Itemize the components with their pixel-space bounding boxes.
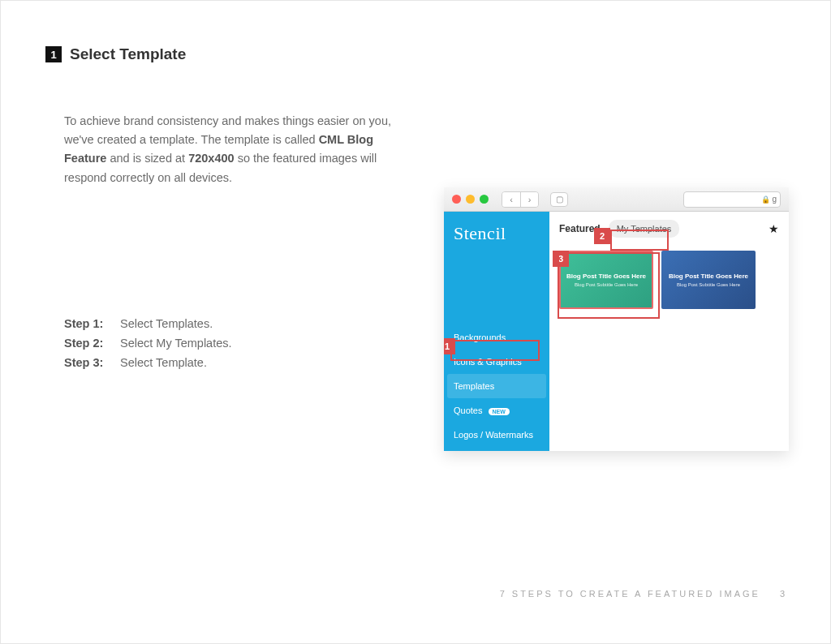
address-text: g (772, 195, 777, 204)
step-text: Select Template. (120, 356, 207, 369)
nav-back-forward: ‹ › (502, 191, 539, 208)
step-label: Step 3: (64, 356, 109, 369)
app-main: Featured My Templates ★ Blog Post Title … (549, 212, 789, 451)
section-heading: 1 Select Template (45, 45, 786, 63)
page-footer: 7 STEPS TO CREATE A FEATURED IMAGE 3 (500, 589, 786, 599)
minimize-icon (466, 195, 475, 204)
thumb-subtitle: Blog Post Subtitle Goes Here (677, 282, 740, 287)
address-bar: 🔒 g (683, 191, 781, 208)
sidebar-toggle-icon: ▢ (550, 192, 568, 207)
template-grid: Blog Post Title Goes Here Blog Post Subt… (559, 251, 779, 309)
new-badge: NEW (489, 408, 510, 415)
sidebar-item-icons[interactable]: Icons & Graphics (444, 350, 549, 374)
section-title: Select Template (70, 45, 186, 63)
lock-icon: 🔒 (761, 195, 770, 204)
section-number-badge: 1 (45, 46, 62, 62)
app-logo: Stencil (444, 223, 549, 244)
callout-marker-3: 3 (553, 251, 569, 267)
intro-dimensions: 720x400 (188, 152, 234, 165)
thumb-title: Blog Post Title Goes Here (669, 273, 748, 280)
close-icon (452, 195, 461, 204)
sidebar-item-quotes-label: Quotes (454, 406, 482, 415)
step-text: Select My Templates. (120, 337, 232, 350)
sidebar-item-templates[interactable]: Templates (447, 374, 546, 398)
intro-text-b: and is sized at (110, 152, 188, 165)
footer-caption: 7 STEPS TO CREATE A FEATURED IMAGE (500, 589, 760, 599)
sidebar-item-saved[interactable]: Saved Images (444, 447, 549, 451)
sidebar-nav: Backgrounds Icons & Graphics Templates Q… (444, 325, 549, 451)
browser-chrome: ‹ › ▢ 🔒 g (444, 187, 789, 212)
app-screenshot: ‹ › ▢ 🔒 g Stencil Backgrounds Icons & Gr… (444, 187, 789, 451)
sidebar-item-quotes[interactable]: Quotes NEW (444, 398, 549, 423)
step-text: Select Templates. (120, 317, 213, 330)
template-thumb-green[interactable]: Blog Post Title Goes Here Blog Post Subt… (559, 251, 653, 309)
template-tabs: Featured My Templates ★ (559, 220, 779, 238)
page: 1 Select Template To achieve brand consi… (0, 0, 831, 644)
callout-marker-1: 1 (444, 338, 455, 354)
step-label: Step 2: (64, 337, 109, 350)
callout-marker-2: 2 (594, 228, 610, 244)
footer-page-number: 3 (780, 589, 786, 599)
intro-paragraph: To achieve brand consistency and makes t… (64, 112, 413, 187)
sidebar-item-backgrounds[interactable]: Backgrounds (444, 325, 549, 350)
step-label: Step 1: (64, 317, 109, 330)
thumb-subtitle: Blog Post Subtitle Goes Here (575, 282, 638, 287)
tab-my-templates[interactable]: My Templates (609, 220, 680, 238)
thumb-title: Blog Post Title Goes Here (566, 273, 646, 280)
app-sidebar: Stencil Backgrounds Icons & Graphics Tem… (444, 212, 549, 451)
sidebar-item-logos[interactable]: Logos / Watermarks (444, 423, 549, 447)
template-thumb-blue[interactable]: Blog Post Title Goes Here Blog Post Subt… (661, 251, 756, 309)
chevron-left-icon: ‹ (502, 192, 520, 207)
chevron-right-icon: › (520, 192, 538, 207)
zoom-icon (480, 195, 489, 204)
star-icon[interactable]: ★ (769, 222, 779, 235)
app-body: Stencil Backgrounds Icons & Graphics Tem… (444, 212, 789, 451)
